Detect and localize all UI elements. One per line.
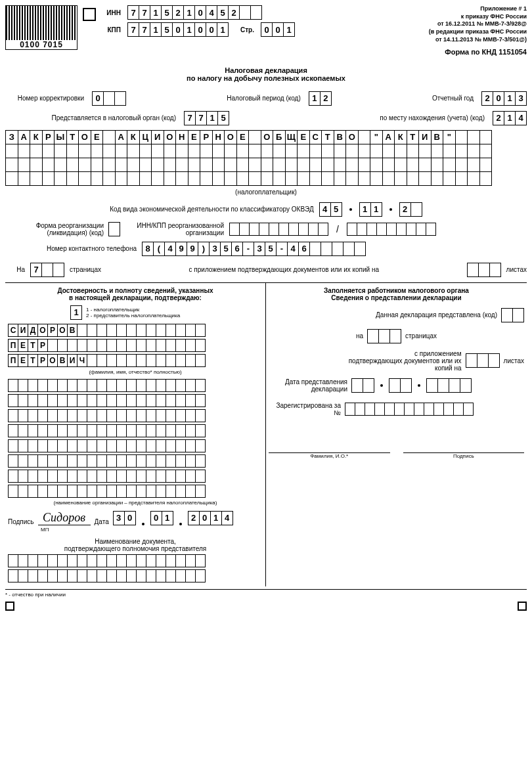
reorg-l1: Форма реорганизации xyxy=(5,222,104,229)
hdr-r4: (в редакции приказа ФНС России xyxy=(395,28,527,36)
hdr-r2: к приказу ФНС России xyxy=(395,13,527,21)
place-cells[interactable]: 214 xyxy=(493,111,527,125)
attach-cells[interactable] xyxy=(467,263,501,277)
dot-icon xyxy=(389,208,392,211)
note: * - отчество при наличии xyxy=(5,592,66,598)
hdr-r3: от 16.12.2011 № ММВ-7-3/928@ xyxy=(395,20,527,28)
dot-icon xyxy=(349,208,352,211)
attach-label: с приложением подтверждающих документов … xyxy=(106,266,461,273)
pages-cells[interactable]: 7 xyxy=(30,263,64,277)
period-label: Налоговый период (код) xyxy=(227,95,301,102)
kpp-label: КПП xyxy=(101,26,121,33)
r-pages-label: страницах xyxy=(405,332,437,340)
form-code: Форма по КНД 1151054 xyxy=(395,47,527,56)
organ-label: Представляется в налоговый орган (код) xyxy=(5,114,176,121)
r-date-l1: Дата представления xyxy=(269,378,347,385)
reg-cells[interactable] xyxy=(345,403,474,416)
reorg-l2: (ликвидация) (код) xyxy=(5,229,104,236)
page-cells: 001 xyxy=(261,22,295,37)
r-sign-label: Подпись xyxy=(403,453,525,459)
mp-label: МП xyxy=(8,527,263,533)
reg-l2: № xyxy=(269,409,341,416)
checkbox-bottom-l[interactable] xyxy=(5,602,14,611)
title1: Налоговая декларация xyxy=(5,66,527,74)
checkbox-top-1[interactable] xyxy=(83,8,96,21)
reorg-inn-l1: ИНН/КПП реорганизованной xyxy=(125,222,224,229)
checkbox-bottom-r[interactable] xyxy=(518,602,527,611)
right-t1: Заполняется работником налогового органа xyxy=(269,287,524,294)
r-attach-cells[interactable] xyxy=(466,353,500,368)
date-label: Дата xyxy=(95,518,109,525)
signature: Сидоров xyxy=(43,511,85,524)
decl-cells[interactable] xyxy=(501,308,524,322)
phone-label: Номер контактного телефона xyxy=(5,245,137,252)
right-t2: Сведения о представлении декларации xyxy=(269,294,524,301)
r-att-l1: с приложением xyxy=(269,350,462,357)
organ-cells[interactable]: 7715 xyxy=(184,111,229,125)
r-date-d[interactable] xyxy=(351,378,374,393)
reorg-inn-l2: организации xyxy=(125,229,224,236)
decl-label: Данная декларация представлена (код) xyxy=(376,311,497,319)
r-att-l2: подтверждающих документов или их xyxy=(269,357,462,364)
okved3[interactable]: 2 xyxy=(399,202,422,217)
type1: 1 - налогоплательщик xyxy=(86,307,180,313)
rep-org-grid[interactable] xyxy=(8,379,263,498)
dot-icon xyxy=(380,384,383,387)
date-m[interactable]: 01 xyxy=(150,511,173,525)
rep-label: (наименование организации – представител… xyxy=(8,500,263,506)
okved-label: Код вида экономической деятельности по к… xyxy=(110,206,313,213)
type-cell[interactable]: 1 xyxy=(70,305,82,320)
org-name-grid[interactable]: ЗАКРЫТОЕАКЦИОНЕРНОЕОБЩЕСТВО"АКТИВ" xyxy=(5,130,527,186)
type2: 2 - представитель налогоплательщика xyxy=(86,313,180,319)
r-sheets-label: листах xyxy=(504,357,524,364)
left-t2: в настоящей декларации, подтверждаю: xyxy=(8,294,263,301)
dot-icon xyxy=(418,384,420,387)
sheets-label: листах xyxy=(506,266,527,273)
okved2[interactable]: 11 xyxy=(359,202,382,217)
name-cells[interactable]: ПЕТР xyxy=(8,339,263,352)
r-pages-cells[interactable] xyxy=(367,329,401,343)
date-d[interactable]: 30 xyxy=(113,511,136,525)
hdr-r1: Приложение # 1 xyxy=(395,5,527,13)
inn-cells[interactable]: 7715210452 xyxy=(127,5,262,20)
r-date-y[interactable] xyxy=(426,378,472,393)
doc-l2: подтверждающего полномочия представителя xyxy=(8,545,263,552)
r-date-l2: декларации xyxy=(269,385,347,393)
slash: / xyxy=(336,224,339,234)
reorg-kpp-cells[interactable] xyxy=(347,223,436,236)
r-date-m[interactable] xyxy=(389,378,412,393)
year-label: Отчетный год xyxy=(432,95,474,102)
dot-icon xyxy=(142,523,144,525)
corr-cells[interactable]: 0 xyxy=(92,91,126,106)
taxpayer-label: (налогоплательщик) xyxy=(5,188,527,196)
okved1[interactable]: 45 xyxy=(319,202,342,217)
corr-label: Номер корректировки xyxy=(5,95,84,102)
period-cells[interactable]: 12 xyxy=(309,91,332,106)
dot-icon xyxy=(179,523,182,525)
barcode-text: 0100 7015 xyxy=(18,40,64,49)
reorg-code[interactable] xyxy=(108,222,120,236)
sign-label: Подпись xyxy=(8,518,34,525)
pages-on: На xyxy=(5,266,25,273)
inn-label: ИНН xyxy=(101,9,121,16)
reg-l1: Зарегистрирована за xyxy=(269,402,341,409)
page-label: Стр. xyxy=(240,26,254,33)
doc-name-grid[interactable] xyxy=(8,554,263,582)
kpp-cells[interactable]: 771501001 xyxy=(127,22,229,37)
date-y[interactable]: 2014 xyxy=(188,511,233,525)
r-att-l3: копий на xyxy=(269,364,462,372)
surname-cells[interactable]: СИДОРОВ xyxy=(8,324,263,337)
patronymic-cells[interactable]: ПЕТРОВИЧ xyxy=(8,354,263,367)
barcode: 0100 7015 xyxy=(5,5,78,50)
r-fio-label: Фамилия, И.О.* xyxy=(269,453,390,459)
pages-label: страницах xyxy=(70,266,101,273)
hdr-r5: от 14.11.2013 № ММВ-7-3/501@) xyxy=(395,36,527,44)
phone-cells[interactable]: 8(499)356-35-46 xyxy=(142,242,366,256)
fio-label: (фамилия, имя, отчество* полностью) xyxy=(8,369,263,375)
left-t1: Достоверность и полноту сведений, указан… xyxy=(8,287,263,294)
doc-l1: Наименование документа, xyxy=(8,538,263,545)
reorg-inn-cells[interactable] xyxy=(229,223,328,236)
place-label: по месту нахождения (учета) (код) xyxy=(380,114,485,121)
title2: по налогу на добычу полезных ископаемых xyxy=(5,74,527,82)
year-cells[interactable]: 2013 xyxy=(481,91,527,106)
